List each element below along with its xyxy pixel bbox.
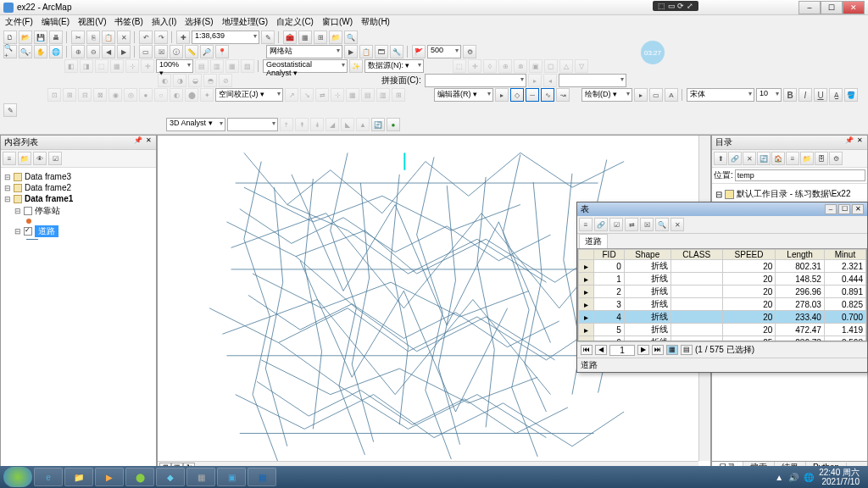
na-build-button[interactable]: 🔧 — [390, 45, 403, 58]
img-btn-2[interactable]: ▥ — [210, 59, 224, 73]
georef-btn-2[interactable]: ◨ — [80, 59, 93, 73]
tb-app2[interactable]: ◆ — [156, 468, 185, 486]
georef-btn-3[interactable]: ⬚ — [95, 59, 108, 73]
nav-show-all[interactable]: ▤ — [681, 345, 693, 355]
font-size-combo[interactable]: 10 — [756, 88, 782, 102]
adj-5[interactable]: ▦ — [346, 88, 359, 102]
delete-button[interactable]: ✕ — [117, 30, 131, 44]
menu-window[interactable]: 窗口(W) — [322, 16, 353, 28]
pinjie-btn-2[interactable]: ◂ — [543, 74, 557, 87]
snap-2[interactable]: ⊞ — [63, 88, 76, 102]
na-misc-button[interactable]: ⚙ — [463, 45, 476, 58]
tb-player[interactable]: ▶ — [95, 468, 124, 486]
spatial-adj-combo[interactable]: 空间校正(J) ▾ — [215, 88, 283, 102]
3d-globe[interactable]: ● — [387, 118, 400, 131]
attr-grid[interactable]: FIDShapeCLASSSPEEDLengthMinut▸0折线20802.3… — [577, 248, 867, 341]
attr-min[interactable]: – — [825, 204, 837, 214]
na-solve-button[interactable]: ▶ — [344, 45, 358, 58]
zoom-out-button[interactable]: 🔍- — [19, 45, 32, 58]
menu-insert[interactable]: 插入(I) — [152, 16, 176, 28]
toc-pin[interactable]: 📌 — [134, 136, 142, 145]
toc-stops-symbol[interactable] — [4, 218, 153, 225]
edit-geom-2[interactable]: ◑ — [173, 74, 186, 87]
toc-close[interactable]: ✕ — [144, 136, 153, 145]
pinjie-combo[interactable] — [425, 74, 526, 87]
topo-btn-7[interactable]: ▢ — [544, 59, 558, 73]
adj-6[interactable]: ▤ — [361, 88, 375, 102]
edit-geom-4[interactable]: ◓ — [203, 74, 217, 87]
fixed-zoom-in[interactable]: ⊕ — [71, 45, 85, 58]
full-extent-button[interactable]: 🌐 — [49, 45, 63, 58]
print-button[interactable]: 🖶 — [49, 30, 63, 44]
snap-10[interactable]: ⬤ — [185, 88, 198, 102]
maximize-button[interactable]: ☐ — [821, 1, 843, 14]
snap-6[interactable]: ◎ — [124, 88, 137, 102]
attr-delete[interactable]: ✕ — [670, 218, 684, 231]
attr-switch[interactable]: ⇄ — [625, 218, 638, 231]
topo-btn-9[interactable]: ▽ — [575, 59, 588, 73]
topo-btn-8[interactable]: △ — [559, 59, 573, 73]
pct-combo[interactable]: 100% ▾ — [156, 59, 193, 73]
edit-geom-3[interactable]: ◒ — [188, 74, 202, 87]
python-button[interactable]: ▦ — [298, 30, 312, 44]
edit-curve[interactable]: ∿ — [541, 88, 554, 102]
snap-11[interactable]: ✦ — [200, 88, 214, 102]
menu-edit[interactable]: 编辑(E) — [42, 16, 70, 28]
layer-checkbox[interactable] — [24, 207, 32, 215]
topo-btn-3[interactable]: ◊ — [483, 59, 497, 73]
recording-badge[interactable]: 03:27 — [641, 41, 665, 64]
toc-roads[interactable]: ⊟道路 — [4, 225, 153, 238]
redo-button[interactable]: ↷ — [154, 30, 168, 44]
go-xy-button[interactable]: 📍 — [215, 45, 229, 58]
cat-up[interactable]: ⬆ — [714, 152, 727, 165]
location-input[interactable] — [735, 169, 865, 181]
3d-btn-6[interactable]: ▲ — [356, 118, 370, 131]
toc-roads-symbol[interactable] — [4, 238, 153, 241]
nav-first[interactable]: ⏮ — [581, 345, 593, 355]
cat-disconnect[interactable]: ✕ — [743, 152, 756, 165]
tb-app4[interactable]: ▣ — [217, 468, 246, 486]
layer-checkbox[interactable] — [24, 227, 32, 236]
snap-1[interactable]: ⊡ — [47, 88, 61, 102]
attr-select-by[interactable]: ☑ — [609, 218, 623, 231]
toc-list-select[interactable]: ☑ — [48, 152, 62, 165]
tray-icon-2[interactable]: 🔊 — [788, 473, 798, 482]
na-directions-button[interactable]: 📋 — [359, 45, 373, 58]
zoom-in-button[interactable]: 🔍+ — [3, 45, 17, 58]
tray-icon-3[interactable]: 🌐 — [804, 473, 814, 482]
close-button[interactable]: ✕ — [843, 1, 865, 14]
3d-btn-5[interactable]: ◣ — [341, 118, 354, 131]
zhizhi-combo[interactable]: 绘制(D) ▾ — [581, 88, 632, 102]
paste-button[interactable]: 📋 — [102, 30, 115, 44]
open-button[interactable]: 📂 — [19, 30, 32, 44]
save-button[interactable]: 💾 — [34, 30, 47, 44]
geostat-wizard[interactable]: ✨ — [349, 59, 363, 73]
toc-df2[interactable]: ⊟Data frame2 — [4, 182, 153, 193]
topo-btn-6[interactable]: ▣ — [529, 59, 542, 73]
cat-folder[interactable]: 📁 — [800, 152, 814, 165]
cat-root[interactable]: ⊟默认工作目录 - 练习数据\Ex22 — [715, 187, 864, 201]
attr-tab[interactable]: 道路 — [579, 234, 608, 248]
snap-8[interactable]: ○ — [154, 88, 168, 102]
attr-options[interactable]: ≡ — [579, 218, 593, 231]
copy-button[interactable]: ⎘ — [86, 30, 100, 44]
tb-app1[interactable]: ⬤ — [125, 468, 154, 486]
cut-button[interactable]: ✂ — [71, 30, 85, 44]
network-combo[interactable]: 网络站 — [266, 45, 342, 58]
minimize-button[interactable]: – — [798, 1, 821, 14]
start-button[interactable] — [3, 467, 32, 487]
search-button[interactable]: 🔍 — [344, 30, 358, 44]
na-stops-button[interactable]: 🚩 — [412, 45, 426, 58]
tb-explorer[interactable]: 📁 — [64, 468, 93, 486]
topo-btn-4[interactable]: ⊕ — [498, 59, 512, 73]
tb-app3[interactable]: ▦ — [186, 468, 215, 486]
toc-list-visible[interactable]: 👁 — [33, 152, 47, 165]
italic-button[interactable]: I — [798, 88, 812, 102]
cat-home[interactable]: 🏠 — [771, 152, 785, 165]
snap-9[interactable]: ◐ — [170, 88, 183, 102]
edit-geom-5[interactable]: ⊘ — [219, 74, 232, 87]
scale-combo[interactable]: 1:38,639 — [192, 30, 259, 44]
undo-button[interactable]: ↶ — [139, 30, 153, 44]
attr-bottom-tab[interactable]: 道路 — [577, 358, 867, 372]
font-combo[interactable]: 宋体 — [687, 88, 754, 102]
